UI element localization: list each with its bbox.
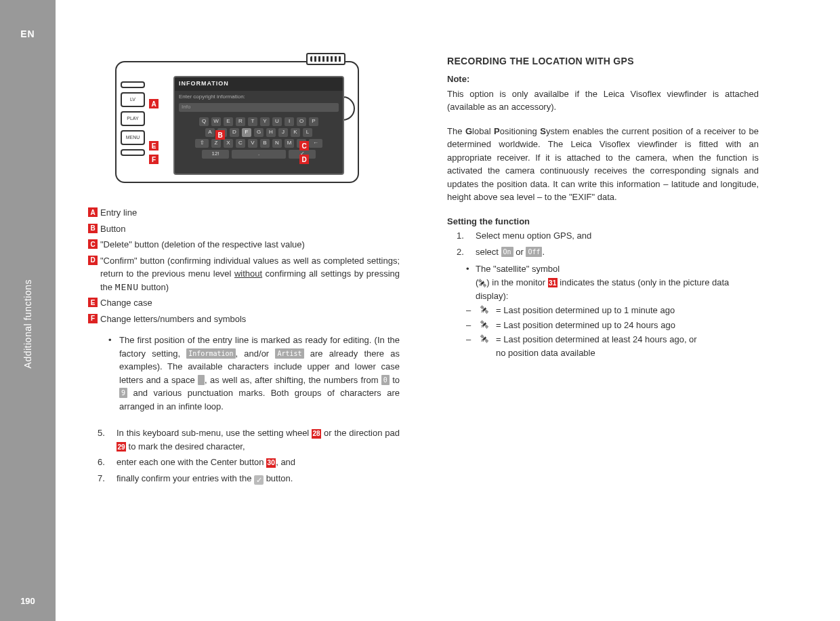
key: U xyxy=(272,117,282,126)
legend-marker: B xyxy=(88,224,98,233)
bold: P xyxy=(494,126,500,136)
list-item: – 🛰 = Last position determined at least … xyxy=(466,333,759,359)
key-delete: ← xyxy=(309,139,322,148)
legend-text: Change letters/numbers and symbols xyxy=(100,313,400,326)
legend-marker: A xyxy=(88,207,98,217)
step-number: 6. xyxy=(98,456,107,469)
step-body: finally confirm your entries with the ✓ … xyxy=(117,472,400,485)
text: = Last position determined at least 24 h… xyxy=(496,333,697,359)
key: Q xyxy=(199,117,209,126)
note-body: This option is only availalbe if the Lei… xyxy=(447,87,759,114)
text: = Last position determined up to 1 minut… xyxy=(496,304,675,317)
key: M xyxy=(285,139,294,148)
ref-30: 30 xyxy=(266,458,276,468)
key: O xyxy=(297,117,306,126)
kbd-row: ⇧ Z X C V B N M - ← xyxy=(177,139,340,148)
text: and various punctuation marks. Both grou… xyxy=(119,388,400,412)
callout-B: B xyxy=(215,130,225,140)
dash: – xyxy=(466,333,473,359)
note-heading: Note: xyxy=(447,73,759,86)
chip-zero: 0 xyxy=(381,375,390,385)
step-number: 7. xyxy=(98,472,107,485)
dash: – xyxy=(466,319,473,332)
key-space: . xyxy=(232,150,286,159)
kbd-row: Q W E R T Y U I O P xyxy=(177,117,340,126)
kbd-row: A S D F G H J K L xyxy=(177,128,340,137)
lcd-input: Info xyxy=(179,103,339,112)
text-underline: without xyxy=(234,268,262,279)
text: select xyxy=(476,247,501,257)
text: lobal xyxy=(472,126,494,136)
legend-text: Change case xyxy=(100,296,400,310)
side-button xyxy=(121,81,145,88)
ref-29: 29 xyxy=(117,442,126,452)
list-item: – 🛰 = Last position determined up to 24 … xyxy=(466,319,759,332)
key: W xyxy=(211,117,221,126)
text: = Last position determined up to 24 hour… xyxy=(496,319,675,332)
right-column: RECORDING THE LOCATION WITH GPS Note: Th… xyxy=(447,54,759,487)
section-heading: RECORDING THE LOCATION WITH GPS xyxy=(447,54,759,68)
step-body: Select menu option GPS, and xyxy=(476,229,759,243)
legend-text: "Delete" button (deletion of the respect… xyxy=(100,238,400,252)
step-body: In this keyboard sub-menu, use the setti… xyxy=(117,426,400,453)
text: The "satellite" symbol xyxy=(476,264,560,274)
callout-C: C xyxy=(299,141,309,151)
text: finally confirm your entries with the xyxy=(117,473,254,483)
bold: S xyxy=(540,126,546,136)
step-item: 1. Select menu option GPS, and xyxy=(457,229,759,243)
step-item: 5. In this keyboard sub-menu, use the se… xyxy=(98,426,400,453)
text: to xyxy=(390,375,400,385)
satellite-icon: 🛰 xyxy=(478,333,490,359)
key: L xyxy=(303,128,312,137)
key: R xyxy=(236,117,245,126)
legend-text: Button xyxy=(100,222,400,236)
lcd-title: INFORMATION xyxy=(175,77,343,91)
key: P xyxy=(309,117,318,126)
side-button xyxy=(121,149,145,156)
bullet-list: The first position of the entry line is … xyxy=(108,334,400,413)
text: no position data available xyxy=(496,348,595,358)
key: A xyxy=(205,128,215,137)
callout-D: D xyxy=(299,155,309,164)
text: ) in the monitor xyxy=(486,277,547,287)
page-number: 190 xyxy=(20,596,35,606)
legend-marker: F xyxy=(88,314,98,323)
rail-page-block: 190 xyxy=(0,580,56,621)
rail-lang-block: EN xyxy=(0,0,56,68)
lcd-subtitle: Enter copyright information: xyxy=(175,91,343,102)
sub-bullet: The "satellite" symbol (🛰) in the monito… xyxy=(466,262,759,302)
chip-nine: 9 xyxy=(119,388,127,398)
legend-item: E Change case xyxy=(88,296,400,310)
legend-item: C "Delete" button (deletion of the respe… xyxy=(88,238,400,252)
text: , and/or xyxy=(236,348,276,359)
text: = Last position determined at least 24 h… xyxy=(496,334,697,344)
chip-off: Off xyxy=(526,247,542,257)
chip-information: Information xyxy=(186,348,235,359)
key: E xyxy=(224,117,233,126)
legend-marker: C xyxy=(88,239,98,249)
text: ystem enables the current position of a … xyxy=(447,126,759,203)
key: I xyxy=(285,117,294,126)
step-number: 1. xyxy=(457,229,466,243)
legend-item: F Change letters/numbers and symbols xyxy=(88,313,400,326)
keyboard: Q W E R T Y U I O P A xyxy=(175,114,343,162)
key-shift: ⇧ xyxy=(195,139,209,148)
step-item: 6. enter each one with the Center button… xyxy=(98,456,400,469)
legend-text: Entry line xyxy=(100,206,400,220)
figure-legend: A Entry line B Button C "Delete" button … xyxy=(88,206,400,325)
legend-item: B Button xyxy=(88,222,400,236)
text: button. xyxy=(264,473,293,483)
key: H xyxy=(266,128,276,137)
step-item: 7. finally confirm your entries with the… xyxy=(98,472,400,485)
text: . xyxy=(542,247,545,257)
side-buttons: LV PLAY MENU xyxy=(121,81,145,156)
menu-label: MENU xyxy=(115,282,139,292)
step-body: enter each one with the Center button 30… xyxy=(117,456,400,469)
text: button) xyxy=(139,282,169,292)
satellite-icon: 🛰 xyxy=(478,277,486,289)
step-number: 5. xyxy=(98,426,107,453)
key: G xyxy=(254,128,264,137)
list-item: – 🛰 = Last position determined up to 1 m… xyxy=(466,304,759,317)
text: , as well as, after shifting, the number… xyxy=(205,375,381,385)
ref-31: 31 xyxy=(548,278,558,287)
